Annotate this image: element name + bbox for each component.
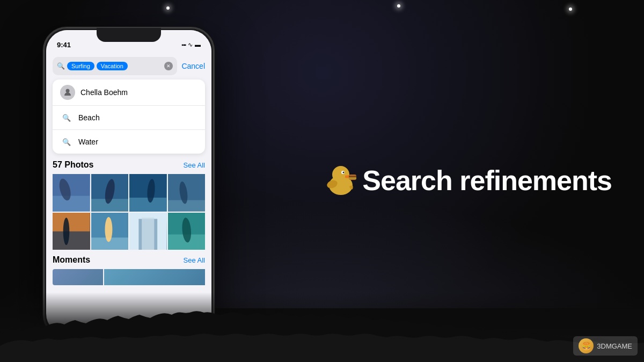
moments-title: Moments [53, 255, 90, 265]
person-avatar [60, 85, 75, 100]
svg-point-0 [66, 89, 70, 93]
photos-section: 57 Photos See All [46, 154, 211, 250]
search-bar[interactable]: 🔍 Surfing Vacation ✕ [53, 57, 177, 75]
mascot [319, 160, 362, 202]
phone-wrapper: 9:41 ▪▪▪ ∿ ▬ 🔍 Surfing Vacation ✕ Cancel [43, 27, 215, 338]
photo-cell-5[interactable] [53, 213, 90, 250]
svg-point-15 [63, 218, 70, 245]
status-icons: ▪▪▪ ∿ ▬ [181, 41, 201, 48]
search-chip-surfing[interactable]: Surfing [67, 62, 94, 70]
photo-grid [53, 174, 205, 250]
suggestion-text-beach: Beach [78, 113, 100, 122]
moments-header: Moments See All [53, 255, 205, 265]
search-suggestion-icon-2: 🔍 [60, 135, 73, 148]
photo-cell-2[interactable] [91, 174, 129, 212]
watermark: 🍔 3DMGAME [573, 336, 638, 356]
moments-section: Moments See All [46, 250, 211, 285]
photo-cell-7[interactable] [129, 213, 167, 250]
status-time: 9:41 [57, 41, 71, 49]
photos-count: 57 Photos [53, 160, 93, 170]
photos-header: 57 Photos See All [53, 160, 205, 170]
cancel-button[interactable]: Cancel [181, 62, 205, 70]
search-suggestion-icon: 🔍 [60, 111, 73, 124]
suggestions-dropdown: Chella Boehm 🔍 Beach 🔍 Water [53, 79, 205, 154]
photos-see-all[interactable]: See All [184, 161, 205, 169]
svg-point-18 [105, 217, 112, 242]
photo-cell-1[interactable] [53, 174, 90, 212]
phone-screen: 9:41 ▪▪▪ ∿ ▬ 🔍 Surfing Vacation ✕ Cancel [46, 30, 211, 335]
moments-preview [53, 269, 205, 285]
photo-cell-4[interactable] [168, 174, 206, 212]
search-icon: 🔍 [57, 62, 65, 70]
battery-icon: ▬ [195, 41, 201, 48]
wifi-icon: ∿ [188, 41, 193, 48]
suggestion-item-water[interactable]: 🔍 Water [53, 130, 205, 154]
watermark-text: 3DMGAME [597, 342, 632, 350]
moments-see-all[interactable]: See All [184, 256, 205, 264]
search-area: 🔍 Surfing Vacation ✕ Cancel [46, 54, 211, 79]
watermark-logo: 🍔 [579, 338, 594, 353]
svg-rect-31 [349, 176, 356, 177]
suggestion-item-person[interactable]: Chella Boehm [53, 79, 205, 106]
suggestion-item-beach[interactable]: 🔍 Beach [53, 106, 205, 130]
svg-rect-14 [53, 231, 90, 250]
suggestion-text-person: Chella Boehm [80, 88, 128, 97]
headline-text: Search refinements [362, 165, 612, 196]
photo-cell-3[interactable] [129, 174, 167, 212]
photo-cell-8[interactable] [168, 213, 206, 250]
suggestion-text-water: Water [78, 137, 98, 146]
headline-container: Search refinements [319, 160, 612, 202]
svg-rect-21 [142, 218, 154, 250]
watermark-emoji: 🍔 [582, 342, 591, 350]
svg-rect-32 [349, 178, 356, 179]
svg-point-28 [343, 172, 345, 173]
signal-bars-icon: ▪▪▪ [181, 42, 186, 48]
headline-row: Search refinements [319, 160, 612, 202]
phone-frame: 9:41 ▪▪▪ ∿ ▬ 🔍 Surfing Vacation ✕ Cancel [43, 27, 215, 338]
search-clear-button[interactable]: ✕ [164, 62, 173, 70]
svg-rect-2 [53, 196, 90, 212]
audience [0, 292, 644, 362]
notch [97, 28, 161, 42]
search-chip-vacation[interactable]: Vacation [97, 62, 128, 70]
photo-cell-6[interactable] [91, 213, 129, 250]
